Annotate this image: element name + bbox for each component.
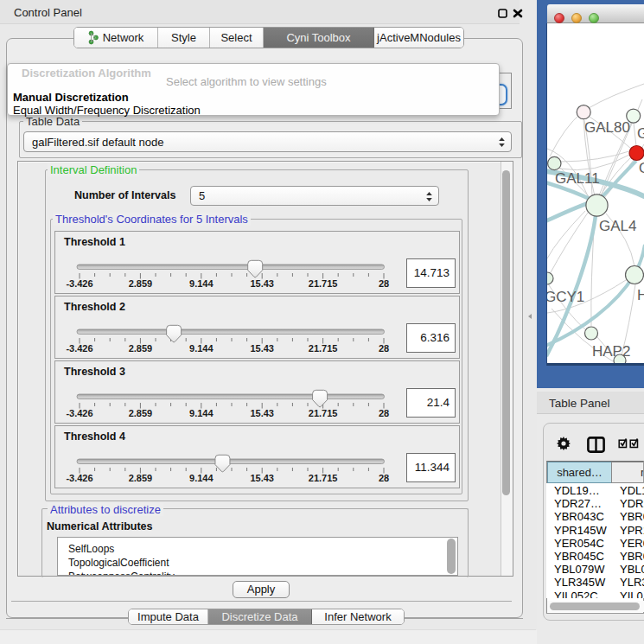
svg-text:HA: HA bbox=[637, 287, 644, 303]
svg-text:GCY1: GCY1 bbox=[547, 289, 584, 305]
svg-text:GAL4: GAL4 bbox=[599, 218, 636, 234]
svg-text:GAL11: GAL11 bbox=[555, 170, 600, 187]
svg-text:HAP2: HAP2 bbox=[592, 343, 630, 360]
svg-text:O: O bbox=[639, 160, 644, 176]
svg-text:GAL80: GAL80 bbox=[584, 119, 630, 136]
svg-text:GA: GA bbox=[637, 125, 644, 142]
